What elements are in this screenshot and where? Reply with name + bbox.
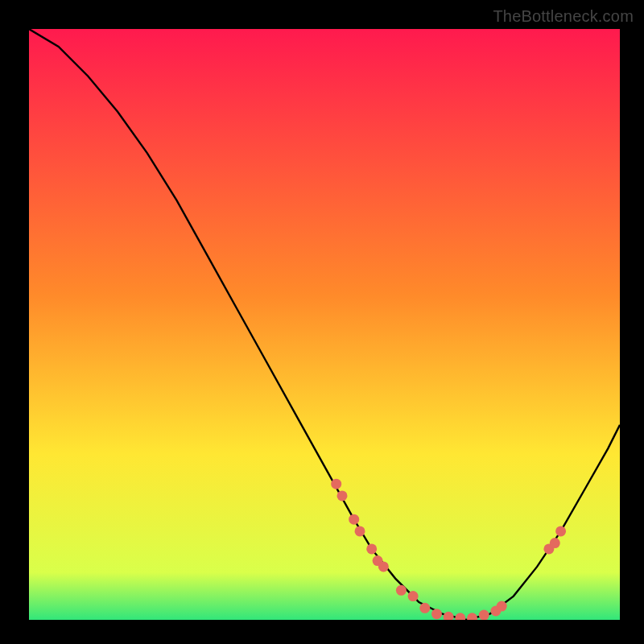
chart-frame: TheBottleneck.com — [0, 0, 644, 644]
data-marker — [396, 585, 407, 596]
data-marker — [555, 526, 566, 536]
plot-area — [29, 29, 620, 620]
data-marker — [550, 538, 560, 548]
data-marker — [366, 543, 377, 554]
data-marker — [431, 609, 442, 619]
data-marker — [497, 601, 507, 612]
data-marker — [355, 526, 365, 536]
data-marker — [337, 490, 348, 501]
watermark-text: TheBottleneck.com — [493, 7, 634, 26]
data-marker — [479, 610, 489, 620]
data-marker — [419, 603, 430, 613]
data-marker — [331, 479, 341, 489]
heat-gradient — [29, 29, 620, 620]
bottleneck-chart — [29, 29, 620, 620]
data-marker — [349, 514, 359, 525]
data-marker — [378, 561, 389, 572]
data-marker — [408, 591, 419, 601]
